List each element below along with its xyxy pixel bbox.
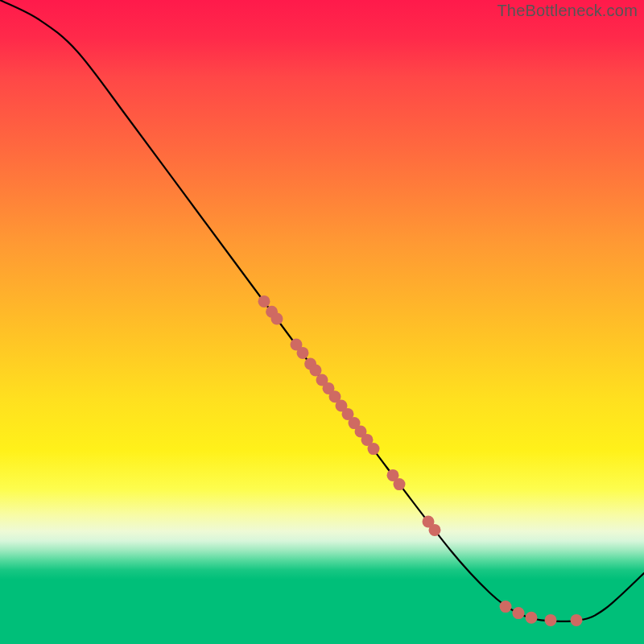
data-marker: [271, 313, 283, 325]
bottleneck-curve: [0, 0, 644, 621]
data-marker: [526, 612, 538, 624]
data-marker: [394, 478, 406, 490]
data-marker: [513, 607, 525, 619]
data-marker: [500, 601, 512, 613]
data-marker: [571, 614, 583, 626]
data-marker: [545, 614, 557, 626]
data-marker: [297, 347, 309, 359]
data-marker: [258, 295, 270, 308]
data-marker: [368, 443, 380, 455]
chart-svg: [0, 0, 644, 644]
data-markers: [258, 295, 583, 626]
data-marker: [429, 524, 441, 536]
